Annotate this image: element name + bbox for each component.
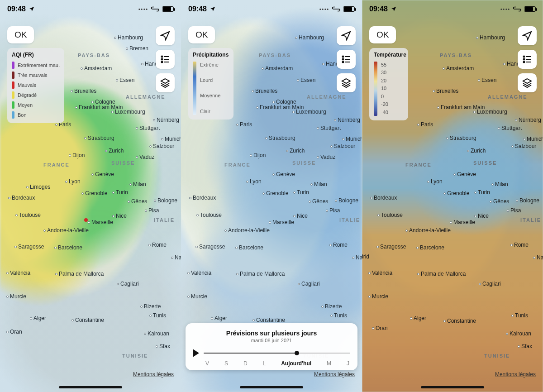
- city-label: Paris: [417, 121, 433, 128]
- status-bar: 09:48 ••••: [181, 0, 362, 18]
- city-label: Bruxelles: [71, 88, 96, 94]
- city-label: Zurich: [105, 148, 124, 154]
- legend-title: AQI (FR): [12, 52, 60, 58]
- layers-button[interactable]: [518, 73, 537, 92]
- city-label: Murcie: [368, 293, 388, 300]
- locate-button[interactable]: [337, 26, 356, 45]
- city-label: Barcelone: [416, 244, 444, 251]
- city-label: Genève: [272, 171, 295, 177]
- city-label: Barcelone: [54, 244, 82, 251]
- city-label: Palma de Mallorca: [55, 271, 104, 277]
- city-label: Pisa: [326, 207, 340, 214]
- city-label: Hambourg: [476, 34, 505, 41]
- list-icon: [522, 54, 533, 65]
- city-label: Saragosse: [376, 244, 406, 250]
- city-label: Nürnberg: [515, 117, 541, 123]
- list-button[interactable]: [518, 50, 537, 69]
- legal-link[interactable]: Mentions légales: [133, 371, 174, 378]
- cell-indicator-icon: ••••: [500, 7, 510, 12]
- country-label: PAYS-BAS: [440, 53, 472, 58]
- city-label: Alger: [30, 315, 46, 321]
- forecast-date: mardi 08 juin 2021: [193, 338, 350, 343]
- timeline-days: V S D L Aujourd'hui M J: [193, 360, 350, 367]
- battery-icon: [524, 6, 536, 12]
- city-label: Pisa: [145, 207, 159, 214]
- country-label: ALLEMAGNE: [307, 94, 347, 100]
- cell-indicator-icon: ••••: [319, 7, 329, 12]
- city-label: Murcie: [187, 293, 207, 300]
- city-label: Andorre-la-Vieille: [405, 227, 451, 234]
- country-label: FRANCE: [224, 162, 251, 167]
- legal-link[interactable]: Mentions légales: [314, 371, 355, 378]
- city-label: Munich: [342, 136, 362, 142]
- city-label: Murcie: [6, 293, 26, 300]
- city-label: Luxembourg: [111, 109, 145, 115]
- link-icon: [513, 6, 521, 12]
- country-label: SUISSE: [473, 160, 497, 166]
- city-label: Bremen: [126, 45, 148, 52]
- layers-button[interactable]: [337, 73, 356, 92]
- city-label: Paris: [236, 121, 252, 128]
- city-label: Palma de Mallorca: [417, 271, 466, 277]
- city-label: Milan: [129, 181, 146, 187]
- city-label: Lyon: [65, 178, 81, 185]
- city-label: Amsterdam: [81, 65, 112, 72]
- list-button[interactable]: [156, 50, 175, 69]
- city-label: Zurich: [286, 148, 305, 154]
- city-label: Grenoble: [262, 190, 288, 196]
- ok-button[interactable]: OK: [188, 26, 215, 43]
- layers-button[interactable]: [156, 73, 175, 92]
- svg-point-4: [162, 62, 163, 63]
- forecast-title: Prévisions sur plusieurs jours: [193, 330, 350, 337]
- svg-point-2: [162, 59, 163, 60]
- city-label: Bordeaux: [8, 195, 35, 201]
- svg-point-6: [343, 56, 344, 57]
- list-button[interactable]: [337, 50, 356, 69]
- city-label: Hambourg: [295, 34, 324, 41]
- city-label: Bruxelles: [252, 88, 277, 94]
- city-label: Kairouan: [506, 330, 531, 337]
- city-label: Constantine: [71, 317, 104, 323]
- home-indicator: [240, 386, 303, 388]
- city-label: Essen: [297, 77, 315, 83]
- city-label: Tunis: [511, 312, 528, 319]
- city-label: Nürnberg: [153, 117, 179, 123]
- svg-point-16: [524, 62, 525, 63]
- city-label: Bologne: [516, 197, 539, 204]
- city-label: Grenoble: [443, 190, 469, 196]
- legend-aqi: AQI (FR) Extrêmement mau… Très mauvais M…: [7, 48, 64, 123]
- legal-link[interactable]: Mentions légales: [495, 371, 536, 378]
- screen-aqi: FRANCE SUISSE PAYS-BAS ALLEMAGNE ITALIE …: [0, 0, 181, 392]
- city-label: Turin: [474, 189, 490, 196]
- city-label: Essen: [478, 77, 496, 83]
- country-label: ITALIE: [339, 217, 360, 223]
- city-label: Andorre-la-Vieille: [224, 227, 270, 234]
- ok-button[interactable]: OK: [369, 26, 396, 43]
- timeline-slider[interactable]: [204, 348, 350, 359]
- locate-button[interactable]: [156, 26, 175, 45]
- forecast-panel: Prévisions sur plusieurs jours mardi 08 …: [186, 323, 357, 370]
- play-button[interactable]: [193, 349, 199, 357]
- status-time: 09:48: [188, 5, 207, 13]
- country-label: ITALIE: [154, 217, 175, 223]
- status-time: 09:48: [7, 5, 26, 13]
- status-bar: 09:48 ••••: [362, 0, 543, 18]
- city-label: Nürnberg: [334, 117, 360, 123]
- svg-point-8: [343, 59, 344, 60]
- svg-point-0: [162, 56, 163, 57]
- status-bar: 09:48 ••••: [0, 0, 181, 18]
- ok-button[interactable]: OK: [7, 26, 34, 43]
- city-label: Stuttgart: [317, 125, 341, 131]
- locate-button[interactable]: [518, 26, 537, 45]
- city-label: Barcelone: [235, 244, 263, 251]
- city-label: Sfax: [518, 343, 532, 349]
- city-label: Tunis: [330, 312, 347, 319]
- city-label: Saragosse: [195, 244, 225, 250]
- city-label: Sfax: [156, 343, 170, 349]
- city-label: Oran: [6, 329, 22, 335]
- city-label: Naple: [352, 254, 362, 261]
- legend-temperature: Température 55 30 20 10 0 -20 -40: [369, 48, 408, 120]
- home-indicator: [421, 386, 484, 388]
- city-label: Genève: [453, 171, 476, 177]
- location-arrow-icon: [522, 30, 533, 41]
